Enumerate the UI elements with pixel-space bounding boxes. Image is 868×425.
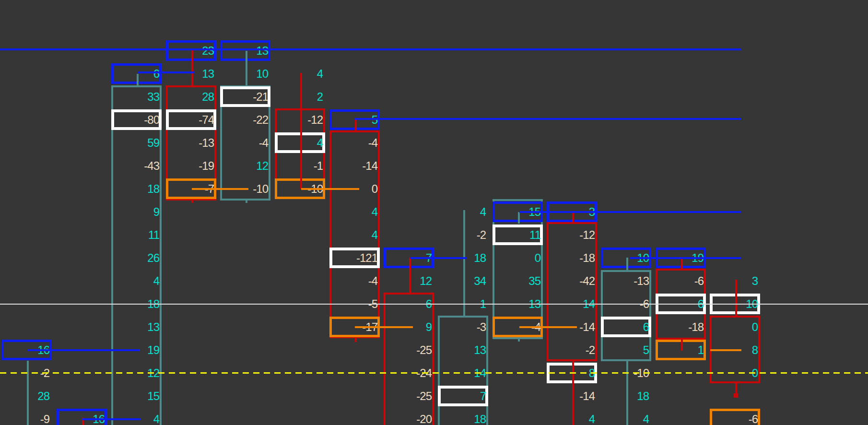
current-price-line [0,304,868,305]
close-level-ray [301,188,359,190]
value-cell: -21 [220,85,270,108]
candle-wick [626,258,628,271]
candle-wick [300,73,302,189]
footprint-chart-canvas[interactable]: 16-228-916633-8059-431891126418131912154… [0,0,868,425]
close-level-ray [519,326,577,328]
value-cell: 18 [111,177,162,201]
value-cell: -18 [656,316,706,339]
candle-wick [355,119,357,131]
value-cell: -20 [384,408,434,425]
candle-wick [137,74,139,86]
candle-wick [572,213,574,223]
value-cell: 11 [111,224,162,247]
candle-wick [191,200,193,203]
value-cell: 13 [111,316,162,339]
value-cell: 4 [329,201,380,224]
value-cell: -42 [547,270,597,293]
value-cell: 35 [493,270,543,293]
value-cell: -25 [384,385,434,408]
value-cell: 4 [111,408,162,425]
value-cell: 33 [111,85,162,108]
value-cell: -121 [329,247,380,270]
value-cell: -4 [329,131,380,154]
candle-wick [572,361,574,425]
close-level-ray [192,188,248,190]
value-cell: -19 [166,154,216,177]
value-cell: -22 [220,108,270,131]
value-cell: -4 [329,270,380,293]
value-cell: 0 [710,316,760,339]
value-cell: 28 [166,85,216,108]
value-cell: -4 [220,131,270,154]
value-cell: -6 [710,408,760,425]
high-level-ray [355,118,741,120]
high-level-ray [28,349,140,351]
value-cell: 11 [493,224,543,247]
value-cell: 4 [329,224,380,247]
value-cell: 9 [111,201,162,224]
value-cell: -6 [656,270,706,293]
value-cell: -74 [166,108,216,131]
candle-wick [518,339,520,342]
settlement-dashed-line [0,372,868,374]
candle-wick [27,361,29,425]
value-cell: -43 [111,154,162,177]
value-cell: -3 [438,316,488,339]
high-level-ray [82,418,141,420]
value-cell: -2 [547,339,597,362]
value-cell: 13 [438,339,488,362]
wick-end-dot [734,393,738,398]
value-cell: 15 [111,385,162,408]
value-cell: 7 [438,385,488,408]
value-cell: 4 [111,270,162,293]
high-level-ray [0,48,741,50]
high-level-ray [630,257,741,259]
candle-wick [246,200,247,203]
value-cell: 26 [111,247,162,270]
high-level-ray [519,211,741,213]
value-cell: -14 [329,154,380,177]
candle-wick [409,258,411,293]
close-level-ray [355,326,413,328]
value-cell: -80 [111,108,162,131]
candle-wick [681,339,683,351]
value-cell: -12 [547,224,597,247]
value-cell: -13 [601,270,651,293]
candle-wick [735,280,737,316]
value-cell: 0 [493,247,543,270]
value-cell: 6 [601,316,651,339]
candle-wick [355,338,357,342]
value-cell: 59 [111,131,162,154]
high-level-ray [138,71,195,73]
value-cell: -13 [166,131,216,154]
candle-wick [246,51,247,86]
high-level-ray [410,257,467,259]
candle-wick [626,361,628,425]
candle-wick [463,210,465,316]
candle-wick [191,50,193,86]
value-cell: -18 [547,247,597,270]
value-cell: 18 [438,408,488,425]
value-cell: 12 [220,154,270,177]
value-cell: 5 [601,339,651,362]
close-level-ray [710,349,741,351]
candle-wick [518,212,520,224]
candle-wick [681,258,683,269]
value-cell: -25 [384,339,434,362]
